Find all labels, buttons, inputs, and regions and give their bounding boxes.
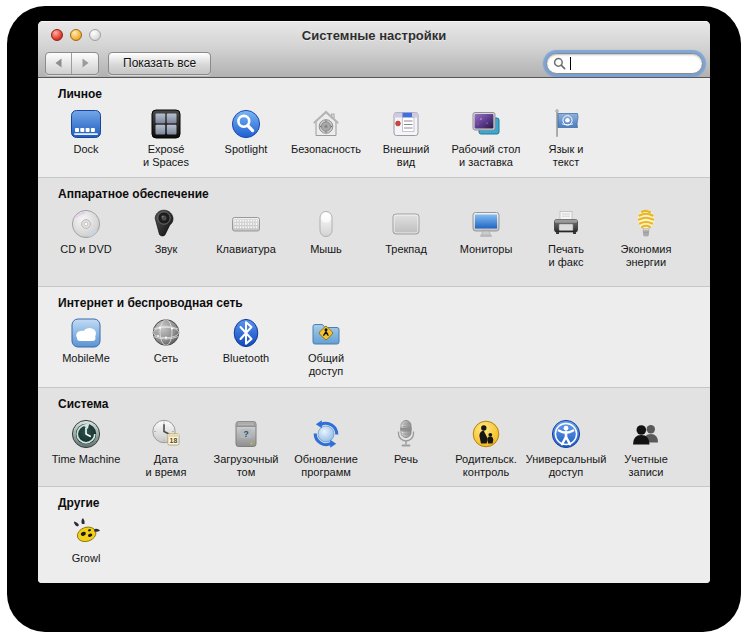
pref-pane-print-fax[interactable]: Печать и факс	[526, 207, 606, 269]
appearance-icon	[389, 107, 423, 141]
chevron-right-icon	[80, 58, 90, 68]
pref-pane-universal-access[interactable]: Универсальный доступ	[526, 417, 606, 479]
pref-pane-displays[interactable]: Мониторы	[446, 207, 526, 269]
pref-pane-label: Язык и текст	[517, 143, 615, 169]
section-title: Личное	[38, 78, 710, 101]
section-title: Другие	[38, 487, 710, 510]
section-items: CD и DVDЗвукКлавиатураМышьТрекпадМонитор…	[38, 207, 710, 269]
system-preferences-window: Системные настройки Показать все	[38, 21, 710, 583]
section-other: ДругиеGrowl	[38, 486, 710, 583]
window-title: Системные настройки	[38, 21, 710, 50]
print-fax-icon	[549, 207, 583, 241]
cd-dvd-icon	[69, 207, 103, 241]
section-internet-wireless: Интернет и беспроводная сетьMobileMeСеть…	[38, 286, 710, 387]
screenshot-background: Системные настройки Показать все	[0, 0, 748, 640]
minimize-button[interactable]	[70, 29, 82, 41]
pref-pane-network[interactable]: Сеть	[126, 316, 206, 378]
growl-icon	[69, 516, 103, 550]
pref-pane-bluetooth[interactable]: Bluetooth	[206, 316, 286, 378]
mobileme-icon	[69, 316, 103, 350]
zoom-button-disabled	[89, 29, 101, 41]
mouse-icon	[309, 207, 343, 241]
pref-pane-sharing[interactable]: Общий доступ	[286, 316, 366, 378]
displays-icon	[469, 207, 503, 241]
accounts-icon	[629, 417, 663, 451]
section-title: Интернет и беспроводная сеть	[38, 287, 710, 310]
spotlight-icon	[229, 107, 263, 141]
universal-access-icon	[549, 417, 583, 451]
search-icon	[553, 57, 566, 70]
keyboard-icon	[229, 207, 263, 241]
speech-icon	[389, 417, 423, 451]
history-nav	[45, 52, 99, 75]
search-input[interactable]	[571, 56, 696, 70]
pref-pane-security[interactable]: Безопасность	[286, 107, 366, 169]
date-time-icon: 18	[149, 417, 183, 451]
pref-pane-label: Growl	[38, 552, 135, 565]
pref-pane-spotlight[interactable]: Spotlight	[206, 107, 286, 169]
window-header: Системные настройки Показать все	[38, 21, 710, 78]
pref-pane-mouse[interactable]: Мышь	[286, 207, 366, 269]
pref-pane-cd-dvd[interactable]: CD и DVD	[46, 207, 126, 269]
close-button[interactable]	[51, 29, 63, 41]
bluetooth-icon	[229, 316, 263, 350]
toolbar: Показать все	[38, 48, 710, 78]
search-field[interactable]	[546, 53, 703, 74]
section-hardware: Аппаратное обеспечениеCD и DVDЗвукКлавиа…	[38, 177, 710, 286]
preference-panes: ЛичноеDockExposé и SpacesSpotlightБезопа…	[38, 78, 710, 583]
pref-pane-parental-controls[interactable]: Родительск. контроль	[446, 417, 526, 479]
pref-pane-sound[interactable]: Звук	[126, 207, 206, 269]
pref-pane-speech[interactable]: Речь	[366, 417, 446, 479]
pref-pane-startup-disk[interactable]: ?Загрузочный том	[206, 417, 286, 479]
expose-icon	[149, 107, 183, 141]
section-items: Growl	[38, 516, 710, 565]
pref-pane-date-time[interactable]: 18Дата и время	[126, 417, 206, 479]
startup-disk-icon: ?	[229, 417, 263, 451]
section-items: DockExposé и SpacesSpotlightБезопасность…	[38, 107, 710, 169]
pref-pane-time-machine[interactable]: Time Machine	[46, 417, 126, 479]
network-icon	[149, 316, 183, 350]
section-title: Аппаратное обеспечение	[38, 178, 710, 201]
pref-pane-expose[interactable]: Exposé и Spaces	[126, 107, 206, 169]
window-controls	[51, 29, 101, 41]
software-update-icon	[309, 417, 343, 451]
title-bar[interactable]: Системные настройки	[38, 21, 710, 48]
pref-pane-label: Общий доступ	[277, 352, 375, 378]
section-system: СистемаTime Machine18Дата и время?Загруз…	[38, 387, 710, 486]
security-icon	[309, 107, 343, 141]
forward-button[interactable]	[72, 53, 98, 74]
svg-text:?: ?	[243, 429, 248, 439]
pref-pane-dock[interactable]: Dock	[46, 107, 126, 169]
pref-pane-language-text[interactable]: Язык и текст	[526, 107, 606, 169]
chevron-left-icon	[54, 58, 64, 68]
section-items: MobileMeСетьBluetoothОбщий доступ	[38, 316, 710, 378]
section-items: Time Machine18Дата и время?Загрузочный т…	[38, 417, 710, 479]
pref-pane-label: Учетные записи	[597, 453, 695, 479]
language-text-icon	[549, 107, 583, 141]
pref-pane-software-update[interactable]: Обновление программ	[286, 417, 366, 479]
section-title: Система	[38, 388, 710, 411]
time-machine-icon	[69, 417, 103, 451]
pref-pane-mobileme[interactable]: MobileMe	[46, 316, 126, 378]
sound-icon	[149, 207, 183, 241]
section-personal: ЛичноеDockExposé и SpacesSpotlightБезопа…	[38, 78, 710, 177]
show-all-button[interactable]: Показать все	[108, 52, 211, 75]
parental-controls-icon	[469, 417, 503, 451]
pref-pane-trackpad[interactable]: Трекпад	[366, 207, 446, 269]
pref-pane-accounts[interactable]: Учетные записи	[606, 417, 686, 479]
trackpad-icon	[389, 207, 423, 241]
sharing-icon	[309, 316, 343, 350]
back-button[interactable]	[46, 53, 72, 74]
energy-saver-icon	[629, 207, 663, 241]
desktop-screensaver-icon	[469, 107, 503, 141]
pref-pane-appearance[interactable]: Внешний вид	[366, 107, 446, 169]
dock-icon	[69, 107, 103, 141]
svg-text:18: 18	[170, 437, 178, 444]
pref-pane-energy-saver[interactable]: Экономия энергии	[606, 207, 686, 269]
pref-pane-desktop-screensaver[interactable]: Рабочий стол и заставка	[446, 107, 526, 169]
pref-pane-label: Экономия энергии	[597, 243, 695, 269]
pref-pane-keyboard[interactable]: Клавиатура	[206, 207, 286, 269]
pref-pane-growl[interactable]: Growl	[46, 516, 126, 565]
